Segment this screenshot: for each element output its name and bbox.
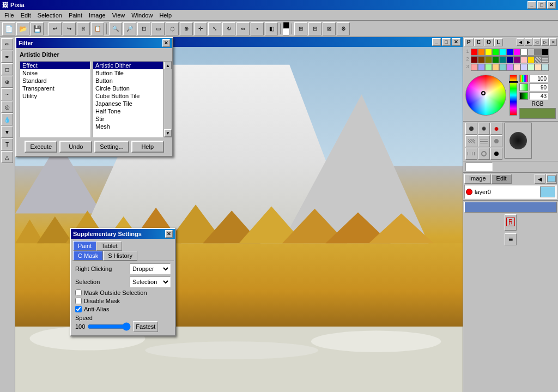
swatch-silver[interactable]	[527, 49, 535, 56]
menu-help[interactable]: Help	[156, 11, 175, 20]
swatch-lines[interactable]	[542, 56, 549, 63]
menu-window[interactable]: Window	[128, 11, 156, 20]
minimize-button[interactable]: _	[527, 1, 536, 9]
action-icon-2[interactable]: ≡	[505, 233, 517, 245]
h-input[interactable]	[529, 75, 548, 82]
toolbar-filter2[interactable]: ⊟	[308, 22, 322, 35]
filter-dialog-title[interactable]: Filter ✕	[16, 38, 172, 48]
toolbar-copy[interactable]: ⎘	[77, 22, 90, 35]
swatch-r3-4[interactable]	[492, 64, 499, 71]
filter-mesh[interactable]: Mesh	[93, 123, 163, 130]
toolbar-select-rect[interactable]: ▭	[151, 22, 165, 35]
filter-half-tone[interactable]: Half Tone	[93, 107, 163, 115]
swatch-r3-8[interactable]	[520, 64, 527, 71]
swatch-r3-5[interactable]	[499, 64, 506, 71]
toolbar-background-color[interactable]	[283, 29, 289, 35]
category-list[interactable]: Effect Noise Standard Transparent Utilit…	[20, 61, 90, 137]
toolbar-zoom-out[interactable]: 🔎	[123, 22, 136, 35]
supplementary-dialog-close[interactable]: ✕	[165, 230, 173, 238]
tool-text[interactable]: T	[1, 138, 13, 150]
selection-select[interactable]: Selection None Replace	[130, 276, 171, 287]
layer-nav-left[interactable]: ◀	[535, 174, 545, 184]
tool-blur[interactable]: ◎	[1, 101, 13, 113]
brush-opt-9[interactable]	[490, 148, 502, 160]
canvas-maximize[interactable]: □	[442, 38, 451, 46]
layer-thumb-mini[interactable]	[546, 174, 557, 184]
rpanel-tab-l[interactable]: L	[494, 38, 503, 46]
toolbar-move[interactable]: ✛	[194, 22, 207, 35]
swatch-teal[interactable]	[499, 56, 506, 63]
undo-button[interactable]: Undo	[59, 141, 92, 153]
swatch-black[interactable]	[542, 49, 549, 56]
toolbar-select-lasso[interactable]: ◌	[166, 22, 179, 35]
tool-dropper[interactable]: 💧	[1, 113, 13, 125]
toolbar-flip[interactable]: ⇔	[236, 22, 250, 35]
nav-home[interactable]: ◁	[533, 38, 541, 46]
color-wheel[interactable]	[465, 75, 506, 116]
setting-button[interactable]: Setting...	[94, 141, 129, 153]
swatch-olive[interactable]	[485, 56, 492, 63]
maximize-button[interactable]: □	[537, 1, 546, 9]
toolbar-open[interactable]: 📂	[16, 22, 29, 35]
supplementary-dialog-title[interactable]: Supplementary Settings ✕	[71, 229, 175, 239]
swatch-r3-10[interactable]	[535, 64, 542, 71]
scrollbar-down[interactable]: ▼	[164, 129, 172, 137]
scrollbar-up[interactable]: ▲	[164, 62, 172, 69]
mask-outside-checkbox[interactable]	[75, 290, 82, 296]
swatch-pink[interactable]	[520, 56, 527, 63]
category-standard[interactable]: Standard	[20, 77, 90, 85]
category-effect[interactable]: Effect	[20, 62, 90, 69]
toolbar-save[interactable]: 💾	[31, 22, 44, 35]
swatch-red[interactable]	[471, 49, 478, 56]
filter-button[interactable]: Button	[93, 77, 163, 85]
brush-opt-5[interactable]	[478, 135, 490, 147]
swatch-blue[interactable]	[506, 49, 513, 56]
v-input[interactable]	[529, 92, 548, 100]
nav-end[interactable]: ▷	[541, 38, 549, 46]
brush-opt-1[interactable]	[465, 123, 477, 135]
swatch-r3-7[interactable]	[513, 64, 520, 71]
fastest-button[interactable]: Fastest	[133, 321, 158, 332]
brush-opt-4[interactable]	[465, 135, 477, 147]
title-bar-buttons[interactable]: _ □ ✕	[527, 1, 556, 9]
toolbar-undo[interactable]: ↩	[48, 22, 62, 35]
filter-japanese-tile[interactable]: Japanese Tile	[93, 100, 163, 107]
rpanel-tab-p[interactable]: P	[464, 38, 474, 46]
swatch-green[interactable]	[492, 49, 499, 56]
swatch-navy[interactable]	[506, 56, 513, 63]
toolbar-new[interactable]: 📄	[2, 22, 15, 35]
toolbar-fit[interactable]: ⊡	[137, 22, 150, 35]
nav-next[interactable]: ▶	[525, 38, 532, 46]
menu-paint[interactable]: Paint	[65, 11, 86, 20]
brush-opt-2[interactable]	[478, 123, 490, 135]
toolbar-filter1[interactable]: ⊞	[294, 22, 307, 35]
action-icon-1[interactable]: 🅁	[505, 214, 517, 231]
filter-list[interactable]: Artistic Dither Button Tile Button Circl…	[93, 61, 163, 137]
category-utility[interactable]: Utility	[20, 92, 90, 100]
swatch-purple[interactable]	[513, 56, 520, 63]
filter-cube-button-tile[interactable]: Cube Button Tile	[93, 92, 163, 100]
filter-dialog-close[interactable]: ✕	[162, 39, 170, 47]
tool-fill2[interactable]: ▼	[1, 126, 13, 138]
brush-opt-8[interactable]	[478, 148, 490, 160]
brush-opt-7[interactable]	[465, 148, 477, 160]
tool-shape[interactable]: △	[1, 151, 13, 163]
scrollbar-thumb[interactable]	[164, 69, 172, 129]
filter-stir[interactable]: Stir	[93, 115, 163, 123]
swatch-white[interactable]	[520, 49, 527, 56]
swatch-cyan[interactable]	[499, 49, 506, 56]
brush-opt-6[interactable]	[490, 135, 502, 147]
canvas-close[interactable]: ✕	[452, 38, 460, 46]
toolbar-fill[interactable]: ▪	[251, 22, 264, 35]
toolbar-transform[interactable]: ⤡	[208, 22, 221, 35]
canvas-minimize[interactable]: _	[432, 38, 441, 46]
tab-paint[interactable]: Paint	[73, 241, 96, 251]
nav-prev[interactable]: ◀	[517, 38, 524, 46]
tool-eraser[interactable]: ◻	[1, 63, 13, 75]
rpanel-tab-c[interactable]: C	[474, 38, 483, 46]
menu-selection[interactable]: Selection	[34, 11, 65, 20]
swatch-gold[interactable]	[527, 56, 535, 63]
swatch-brown[interactable]	[478, 56, 485, 63]
close-button[interactable]: ✕	[547, 1, 556, 9]
tool-pencil[interactable]: ✒	[1, 51, 13, 63]
